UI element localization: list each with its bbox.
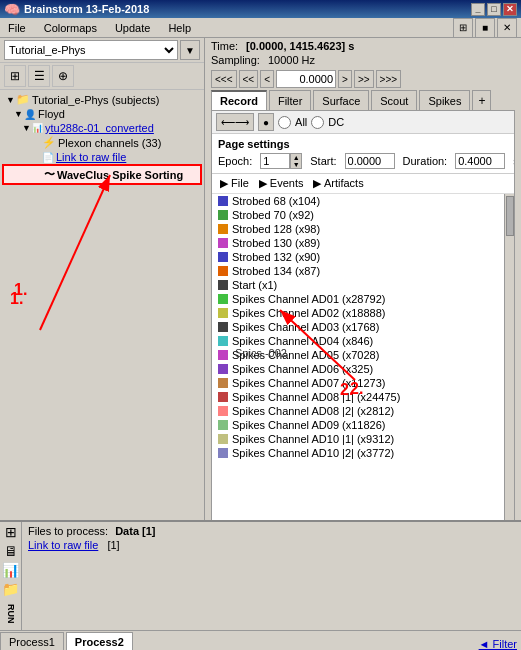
tab-surface[interactable]: Surface bbox=[313, 90, 369, 110]
tree-item-ytu[interactable]: ▼ 📊 ytu288c-01_converted bbox=[2, 121, 202, 135]
info-bar: Time: [0.0000, 1415.4623] s bbox=[205, 38, 521, 54]
page-settings: Page settings Epoch: ▲ ▼ Start: Duration… bbox=[212, 134, 514, 174]
event-item[interactable]: Strobed 134 (x87) bbox=[212, 264, 504, 278]
process-tabs: Process1 Process2 ◄ Filter bbox=[0, 630, 521, 650]
event-item[interactable]: Strobed 68 (x104) bbox=[212, 194, 504, 208]
status-icons: ⊞ 🖥 📊 📁 RUN bbox=[0, 522, 22, 630]
epoch-spin-down[interactable]: ▼ bbox=[291, 161, 301, 168]
nav-btn-fwd3[interactable]: >>> bbox=[376, 70, 402, 88]
minimize-button[interactable]: _ bbox=[471, 3, 485, 16]
epoch-spinner[interactable]: ▲ ▼ bbox=[290, 153, 302, 169]
toolbar-icon-2[interactable]: ■ bbox=[475, 18, 495, 38]
events-artifacts-btn[interactable]: ▶ Artifacts bbox=[309, 176, 367, 191]
maximize-button[interactable]: □ bbox=[487, 3, 501, 16]
event-item[interactable]: Spikes Channel AD06 (x325) bbox=[212, 362, 504, 376]
tree-item-link[interactable]: 📄 Link to raw file bbox=[2, 150, 202, 164]
toolbar-icon-3[interactable]: ✕ bbox=[497, 18, 517, 38]
filter-button[interactable]: ◄ Filter bbox=[479, 638, 517, 650]
status-icon-3[interactable]: 📊 bbox=[2, 562, 19, 578]
scrollbar-thumb[interactable] bbox=[506, 196, 514, 236]
icon-btn-1[interactable]: ⊞ bbox=[4, 65, 26, 87]
event-item[interactable]: Spikes Channel AD02 (x18888) bbox=[212, 306, 504, 320]
radio-all[interactable] bbox=[278, 116, 291, 129]
rec-reset-btn[interactable]: ⟵⟶ bbox=[216, 113, 254, 131]
rec-record-btn[interactable]: ● bbox=[258, 113, 274, 131]
event-item[interactable]: Spikes Channel AD07 (x11273) bbox=[212, 376, 504, 390]
page-settings-title: Page settings bbox=[218, 138, 508, 150]
icon-btn-3[interactable]: ⊕ bbox=[52, 65, 74, 87]
nav-btn-fwd2[interactable]: >> bbox=[354, 70, 374, 88]
tree-arrow-floyd: ▼ bbox=[14, 109, 24, 119]
nav-time-input[interactable] bbox=[276, 70, 336, 88]
status-icon-2[interactable]: 🖥 bbox=[4, 543, 18, 559]
tab-scout[interactable]: Scout bbox=[371, 90, 417, 110]
link-label: Link to raw file bbox=[28, 539, 98, 551]
nav-btn-rew2[interactable]: << bbox=[239, 70, 259, 88]
event-item[interactable]: Spikes Channel AD09 (x11826) bbox=[212, 418, 504, 432]
icon-toolbar: ⊞ ☰ ⊕ bbox=[0, 63, 204, 90]
tree-icon-waveclus: 〜 bbox=[44, 167, 55, 182]
tree-label-plexon: Plexon channels (33) bbox=[58, 137, 161, 149]
menu-bar: File Colormaps Update Help ⊞ ■ ✕ bbox=[0, 18, 521, 38]
status-content: ⊞ 🖥 📊 📁 RUN Files to process: Data [1] L… bbox=[0, 522, 521, 630]
event-item[interactable]: Spikes Channel AD01 (x28792) bbox=[212, 292, 504, 306]
tree-item-floyd[interactable]: ▼ 👤 Floyd bbox=[2, 107, 202, 121]
close-button[interactable]: ✕ bbox=[503, 3, 517, 16]
tree-icon-plexon: ⚡ bbox=[42, 136, 56, 149]
tree-label-waveclus: WaveClus Spike Sorting bbox=[57, 169, 183, 181]
subject-select[interactable]: Tutorial_e-Phys bbox=[4, 40, 178, 60]
event-item[interactable]: Spikes Channel AD10 |1| (x9312) bbox=[212, 432, 504, 446]
duration-input[interactable] bbox=[455, 153, 505, 169]
status-link: Link to raw file [1] bbox=[28, 539, 515, 551]
epoch-input[interactable] bbox=[260, 153, 290, 169]
tree-item-plexon[interactable]: ⚡ Plexon channels (33) bbox=[2, 135, 202, 150]
menu-file[interactable]: File bbox=[4, 21, 30, 35]
tree-item-waveclus[interactable]: 〜 WaveClus Spike Sorting bbox=[2, 164, 202, 185]
event-item[interactable]: Strobed 130 (x89) bbox=[212, 236, 504, 250]
radio-all-label: All bbox=[295, 116, 307, 128]
tab-spikes[interactable]: Spikes bbox=[419, 90, 470, 110]
menu-help[interactable]: Help bbox=[164, 21, 195, 35]
menu-update[interactable]: Update bbox=[111, 21, 154, 35]
epoch-spin-up[interactable]: ▲ bbox=[291, 154, 301, 161]
event-item[interactable]: Spikes Channel AD04 (x846) bbox=[212, 334, 504, 348]
event-item[interactable]: Strobed 132 (x90) bbox=[212, 250, 504, 264]
nav-btn-fwd1[interactable]: > bbox=[338, 70, 352, 88]
event-item[interactable]: Strobed 128 (x98) bbox=[212, 222, 504, 236]
event-item[interactable]: Strobed 70 (x92) bbox=[212, 208, 504, 222]
status-run-label[interactable]: RUN bbox=[6, 604, 16, 624]
icon-btn-2[interactable]: ☰ bbox=[28, 65, 50, 87]
toolbar-icon-1[interactable]: ⊞ bbox=[453, 18, 473, 38]
process-tab-1[interactable]: Process1 bbox=[0, 632, 64, 650]
radio-dc[interactable] bbox=[311, 116, 324, 129]
event-item[interactable]: Spikes Channel AD05 (x7028) bbox=[212, 348, 504, 362]
event-item[interactable]: Start (x1) bbox=[212, 278, 504, 292]
menu-colormaps[interactable]: Colormaps bbox=[40, 21, 101, 35]
event-item[interactable]: Spikes Channel AD10 |2| (x3772) bbox=[212, 446, 504, 460]
tab-filter[interactable]: Filter bbox=[269, 90, 311, 110]
nav-bar: <<< << < > >> >>> bbox=[205, 68, 521, 90]
tree-arrow-root: ▼ bbox=[6, 95, 16, 105]
event-item[interactable]: Spikes Channel AD03 (x1768) bbox=[212, 320, 504, 334]
toolbar-dropdown-btn[interactable]: ▼ bbox=[180, 40, 200, 60]
tab-record[interactable]: Record bbox=[211, 90, 267, 110]
window-title: Brainstorm 13-Feb-2018 bbox=[24, 3, 149, 15]
nav-btn-rew3[interactable]: <<< bbox=[211, 70, 237, 88]
record-toolbar: ⟵⟶ ● All DC bbox=[212, 111, 514, 134]
time-value: [0.0000, 1415.4623] s bbox=[246, 40, 354, 52]
status-icon-1[interactable]: ⊞ bbox=[5, 524, 17, 540]
tab-add-button[interactable]: + bbox=[472, 90, 491, 110]
event-item[interactable]: Spikes Channel AD08 |1| (x24475) bbox=[212, 390, 504, 404]
process-tab-2[interactable]: Process2 bbox=[66, 632, 133, 650]
window-controls[interactable]: _ □ ✕ bbox=[471, 3, 517, 16]
events-file-btn[interactable]: ▶ File bbox=[216, 176, 253, 191]
events-events-btn[interactable]: ▶ Events bbox=[255, 176, 308, 191]
time-label: Time: bbox=[211, 40, 238, 52]
radio-dc-label: DC bbox=[328, 116, 344, 128]
nav-btn-rew1[interactable]: < bbox=[260, 70, 274, 88]
event-item[interactable]: Spikes Channel AD08 |2| (x2812) bbox=[212, 404, 504, 418]
start-input[interactable] bbox=[345, 153, 395, 169]
status-icon-4[interactable]: 📁 bbox=[2, 581, 19, 597]
tree-item-root[interactable]: ▼ 📁 Tutorial_e-Phys (subjects) bbox=[2, 92, 202, 107]
tree-icon-root: 📁 bbox=[16, 93, 30, 106]
